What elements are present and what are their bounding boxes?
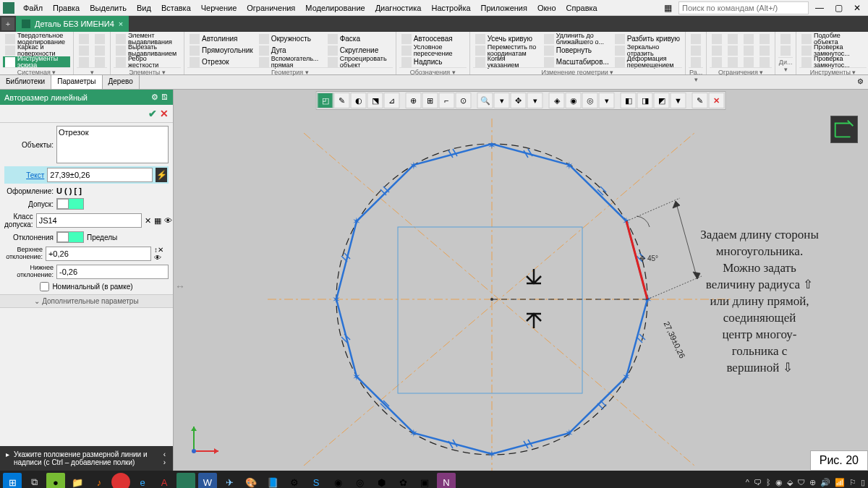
menu-constraints[interactable]: Ограничения — [242, 2, 299, 14]
ribbon-btn[interactable]: Автолиния — [187, 33, 255, 44]
format-value[interactable]: U ( ) [ ] — [56, 187, 82, 195]
ribbon-btn[interactable]: Отрезок — [187, 56, 255, 67]
menu-select[interactable]: Выделить — [85, 2, 131, 14]
extra-params-header[interactable]: ⌄ Дополнительные параметры — [0, 294, 173, 308]
layout-icon[interactable]: ▦ — [660, 1, 676, 14]
tb-app8[interactable]: ◎ — [350, 473, 369, 488]
ribbon-btn[interactable]: Каркас и поверхности — [3, 45, 70, 56]
tab-close[interactable]: × — [119, 20, 123, 28]
calc-icon[interactable]: ▦ — [154, 216, 161, 226]
text-label[interactable]: Текст — [6, 171, 44, 179]
lower-dev-field[interactable] — [56, 265, 169, 279]
menu-view[interactable]: Вид — [132, 2, 156, 14]
tb-app4[interactable]: 🎨 — [242, 473, 260, 488]
ribbon-btn[interactable]: Масштабиров... — [542, 56, 611, 67]
ribbon-btn[interactable] — [710, 33, 724, 44]
menu-diagnostics[interactable]: Диагностика — [371, 2, 426, 14]
ribbon-btn[interactable]: Переместить по координатам — [473, 45, 540, 56]
menu-help[interactable]: Справка — [562, 2, 602, 14]
system-tray[interactable]: ^🗨ᛒ◉⬙🛡⊕🔊📶⚐▯ — [746, 478, 865, 487]
auto-button[interactable]: ⚡ — [156, 168, 167, 182]
cancel-button[interactable]: ✕ — [160, 108, 169, 119]
eye-icon[interactable]: 👁 — [164, 216, 172, 225]
ribbon-btn[interactable] — [741, 56, 756, 67]
ribbon-btn[interactable] — [778, 45, 793, 56]
ribbon-btn[interactable]: Разбить кривую — [613, 33, 682, 44]
ribbon-btn[interactable]: Зеркально отразить — [613, 45, 682, 56]
ribbon-btn[interactable] — [726, 33, 740, 44]
new-tab-button[interactable]: + — [1, 17, 14, 30]
ribbon-btn[interactable] — [757, 45, 772, 56]
tb-app1[interactable]: ● — [46, 473, 65, 488]
tb-app9[interactable]: ⬢ — [372, 473, 391, 488]
menu-file[interactable]: Файл — [19, 2, 47, 14]
tb-app7[interactable]: ◉ — [328, 473, 347, 488]
document-tab[interactable]: Деталь БЕЗ ИМЕНИ4 × — [16, 16, 129, 32]
ribbon-btn[interactable]: Спроецировать объект — [326, 56, 393, 67]
tb-opera[interactable] — [111, 473, 130, 488]
ribbon-btn[interactable]: Прямоугольник — [187, 45, 255, 56]
ribbon-btn[interactable] — [726, 45, 740, 56]
ribbon-btn[interactable] — [778, 33, 793, 44]
tb-app10[interactable]: ✿ — [393, 473, 412, 488]
tab-parameters[interactable]: Параметры — [51, 75, 102, 89]
tb-onenote[interactable]: N — [437, 473, 456, 488]
max-button[interactable]: ▢ — [830, 1, 846, 14]
tb-app3[interactable]: ✈ — [220, 473, 239, 488]
tb-explorer[interactable]: 📁 — [68, 473, 87, 488]
ribbon-btn[interactable]: Проверка замкнутос... — [799, 56, 867, 67]
menu-edit[interactable]: Правка — [48, 2, 84, 14]
ribbon-btn[interactable]: Подобие объекта — [799, 33, 867, 44]
text-field[interactable] — [47, 168, 153, 182]
ribbon-btn[interactable] — [689, 33, 703, 44]
deviations-toggle[interactable] — [56, 231, 84, 243]
ribbon-btn[interactable] — [710, 56, 724, 67]
ribbon-btn[interactable]: Вспомогатель... прямая — [257, 56, 324, 67]
tab-libraries[interactable]: Библиотеки — [0, 75, 51, 89]
clear-icon[interactable]: ✕ — [145, 216, 151, 226]
ribbon-btn[interactable]: Условное пересечение — [399, 45, 467, 56]
min-button[interactable]: — — [812, 1, 827, 14]
ribbon-btn[interactable]: Дуга — [257, 45, 324, 56]
ribbon-btn[interactable]: Надпись — [399, 56, 467, 67]
ribbon-btn[interactable]: Твердотельное моделирование — [3, 33, 70, 44]
task-view[interactable]: ⧉ — [25, 473, 43, 488]
panel-gear-icon[interactable]: ⚙ 🖻 — [151, 93, 169, 102]
ribbon-btn[interactable]: Удлинить до ближайшего о... — [542, 33, 611, 44]
ribbon-btn[interactable]: Усечь кривую — [473, 33, 540, 44]
command-search[interactable] — [678, 1, 809, 14]
objects-field[interactable]: Отрезок — [56, 126, 169, 163]
ribbon-btn[interactable] — [741, 45, 756, 56]
tb-word[interactable]: W — [198, 473, 217, 488]
ribbon-btn[interactable] — [77, 56, 91, 67]
tb-app5[interactable]: 📘 — [263, 473, 282, 488]
ribbon-btn[interactable] — [726, 56, 740, 67]
ribbon-btn[interactable] — [689, 56, 703, 67]
panel-settings-icon[interactable]: ⚙ — [853, 75, 868, 89]
menu-modeling[interactable]: Моделирование — [301, 2, 369, 14]
ribbon-btn[interactable]: Ребро жесткости — [114, 56, 181, 67]
ribbon-btn[interactable]: Вырезать выдавливанием — [114, 45, 181, 56]
menu-settings[interactable]: Настройка — [427, 2, 475, 14]
ribbon-btn[interactable]: Элемент выдавливания — [114, 33, 181, 44]
ribbon-btn[interactable]: Инструменты эскиза — [3, 56, 70, 67]
tolerance-toggle[interactable] — [56, 198, 84, 210]
apply-button[interactable]: ✔ — [148, 108, 157, 119]
ribbon-btn[interactable] — [741, 33, 756, 44]
ribbon-btn[interactable] — [93, 45, 107, 56]
ribbon-btn[interactable] — [77, 33, 91, 44]
ribbon-btn[interactable]: Скругление — [326, 45, 393, 56]
tb-app2[interactable]: ♪ — [90, 473, 109, 488]
ribbon-btn[interactable] — [757, 56, 772, 67]
ribbon-btn[interactable] — [710, 45, 724, 56]
tb-autocad[interactable]: A — [155, 473, 174, 488]
ribbon-btn[interactable]: Копия указанием — [473, 56, 540, 67]
ribbon-btn[interactable] — [93, 56, 107, 67]
menu-apps[interactable]: Приложения — [477, 2, 532, 14]
ribbon-btn[interactable]: Фаска — [326, 33, 393, 44]
ribbon-btn[interactable]: Окружность — [257, 33, 324, 44]
menu-drawing[interactable]: Черчение — [197, 2, 242, 14]
ribbon-btn[interactable] — [757, 33, 772, 44]
ribbon-btn[interactable] — [93, 33, 107, 44]
start-button[interactable]: ⊞ — [3, 473, 22, 488]
